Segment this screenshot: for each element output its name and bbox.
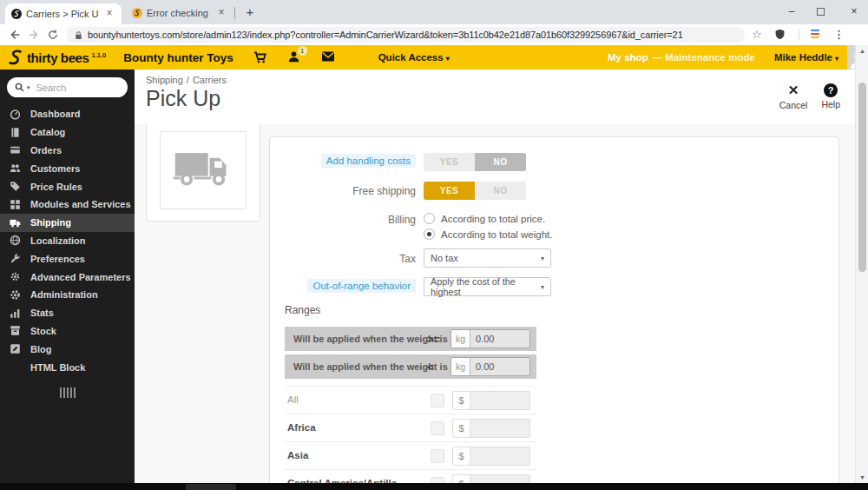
blank-icon: [10, 361, 21, 373]
breadcrumb-section[interactable]: Shipping: [146, 75, 183, 85]
sidebar-item-dashboard[interactable]: Dashboard: [0, 105, 135, 123]
cancel-button[interactable]: ✕ Cancel: [779, 83, 808, 110]
zone-africa-checkbox[interactable]: [431, 421, 444, 435]
tab-close-icon[interactable]: ×: [215, 7, 227, 19]
globe-icon: [10, 235, 21, 246]
currency-addon: $: [453, 447, 470, 465]
extension-icon[interactable]: [811, 30, 819, 39]
messages-icon[interactable]: [321, 50, 335, 64]
quick-access-menu[interactable]: Quick Access▾: [378, 52, 450, 63]
currency-addon: $: [453, 475, 470, 483]
sidebar-item-preferences[interactable]: Preferences: [0, 249, 135, 268]
shield-extension-icon[interactable]: [774, 28, 786, 41]
browser-tab-active[interactable]: Carriers > Pick Up • Bounty hunt ×: [5, 3, 122, 24]
handling-yes-button[interactable]: YES: [424, 153, 475, 171]
currency-addon: $: [453, 420, 470, 437]
free-shipping-no-button[interactable]: NO: [475, 182, 526, 200]
taskbar-item: [186, 484, 236, 490]
zone-row-africa: Africa $: [285, 414, 536, 441]
range-gte-input-group: kg: [450, 329, 530, 348]
modules-icon: [10, 199, 21, 210]
out-of-range-label[interactable]: Out-of-range behavior: [307, 279, 416, 293]
sidebar: ▾ Dashboard Catalog Orders Customers Pri…: [0, 70, 135, 483]
my-shop-link[interactable]: My shop: [608, 52, 648, 63]
sidebar-item-localization[interactable]: Localization: [0, 232, 135, 250]
zone-central-america-price-input[interactable]: [470, 475, 529, 483]
sidebar-item-blog[interactable]: Blog: [0, 340, 135, 358]
sidebar-item-shipping[interactable]: Shipping: [0, 214, 135, 232]
window-close-button[interactable]: ×: [843, 5, 865, 19]
cart-icon[interactable]: [253, 50, 267, 64]
sidebar-item-html-block[interactable]: HTML Block: [0, 358, 135, 376]
sidebar-item-advanced-parameters[interactable]: Advanced Parameters: [0, 268, 135, 286]
page-scrollbar[interactable]: ▲ ▼: [855, 45, 868, 483]
zone-asia-price-group: $: [452, 447, 530, 466]
radio-checked-icon[interactable]: [424, 228, 435, 240]
out-of-range-select[interactable]: Apply the cost of the highest ▾: [424, 277, 551, 296]
breadcrumb-current[interactable]: Carriers: [193, 75, 227, 85]
free-shipping-toggle: YES NO: [424, 182, 526, 200]
address-bar[interactable]: bountyhuntertoys.com/store/admin123/inde…: [66, 27, 745, 43]
window-minimize-button[interactable]: –: [780, 5, 803, 19]
window-maximize-button[interactable]: [817, 8, 825, 16]
notifications-icon[interactable]: 1: [287, 50, 301, 64]
pencil-icon: [10, 343, 21, 354]
sidebar-item-price-rules[interactable]: Price Rules: [0, 177, 135, 195]
sidebar-item-administration[interactable]: Administration: [0, 286, 135, 304]
page-header: Shipping/Carriers Pick Up ✕ Cancel ? Hel…: [135, 70, 868, 124]
chart-icon: [10, 308, 21, 319]
scroll-down-icon[interactable]: ▼: [856, 472, 868, 483]
browser-tab-inactive[interactable]: Error checking out? - Technical h ×: [128, 5, 231, 21]
brand-name[interactable]: thirty bees: [27, 50, 89, 65]
thirtybees-logo-icon[interactable]: [7, 50, 23, 66]
free-shipping-yes-button[interactable]: YES: [424, 182, 475, 200]
admin-header: thirty bees 1.1.0 Bounty hunter Toys 1 Q…: [0, 45, 868, 70]
close-icon: ✕: [779, 83, 808, 98]
scrollbar-thumb[interactable]: [858, 83, 866, 272]
chevron-down-icon: ▾: [446, 55, 450, 63]
refresh-icon[interactable]: [47, 29, 59, 41]
sidebar-item-stock[interactable]: Stock: [0, 322, 135, 341]
zone-all-price-input[interactable]: [470, 392, 529, 409]
radio-icon[interactable]: [424, 213, 435, 224]
browser-menu-icon[interactable]: ⋮: [833, 28, 845, 41]
user-menu[interactable]: Mike Heddle▾: [774, 52, 838, 63]
sidebar-item-modules[interactable]: Modules and Services: [0, 195, 135, 214]
sidebar-item-customers[interactable]: Customers: [0, 159, 135, 177]
search-input[interactable]: [36, 83, 109, 93]
sidebar-item-catalog[interactable]: Catalog: [0, 123, 135, 142]
breadcrumb: Shipping/Carriers: [146, 75, 230, 85]
chevron-down-icon: ▾: [835, 55, 838, 63]
scroll-up-icon[interactable]: ▲: [856, 45, 868, 56]
back-icon[interactable]: [9, 29, 21, 41]
shop-name-link[interactable]: Bounty hunter Toys: [123, 51, 233, 64]
help-button[interactable]: ? Help: [821, 83, 840, 110]
new-tab-button[interactable]: +: [241, 3, 259, 21]
gte-operator: >=: [427, 333, 440, 346]
sidebar-item-orders[interactable]: Orders: [0, 142, 135, 160]
wrench-icon: [10, 253, 21, 264]
tab-title: Carriers > Pick Up • Bounty hunt: [26, 9, 99, 19]
bookmark-star-icon[interactable]: ☆: [752, 28, 762, 41]
zone-central-america-checkbox[interactable]: [431, 477, 444, 483]
forward-icon[interactable]: [28, 29, 40, 41]
handling-no-button[interactable]: NO: [475, 153, 526, 171]
zone-asia-price-input[interactable]: [470, 447, 529, 465]
sidebar-item-stats[interactable]: Stats: [0, 304, 135, 322]
sidebar-search[interactable]: ▾: [7, 77, 128, 97]
range-lt-input[interactable]: [470, 358, 529, 375]
billing-option-weight[interactable]: According to total weight.: [424, 228, 553, 241]
tax-select[interactable]: No tax ▾: [424, 248, 551, 268]
search-scope-caret-icon[interactable]: ▾: [27, 84, 30, 91]
range-gte-input[interactable]: [470, 330, 529, 348]
out-of-range-label-wrap: Out-of-range behavior: [270, 279, 416, 293]
zone-asia-checkbox[interactable]: [431, 449, 444, 463]
handling-costs-label[interactable]: Add handling costs: [321, 154, 416, 168]
billing-option-price[interactable]: According to total price.: [424, 212, 545, 225]
tab-close-icon[interactable]: ×: [103, 8, 115, 20]
zone-africa-price-input[interactable]: [470, 420, 529, 437]
chevron-down-icon: ▾: [541, 283, 544, 291]
zone-central-america-price-group: $: [452, 474, 530, 483]
menu-collapse-icon[interactable]: [60, 387, 76, 398]
zone-all-checkbox[interactable]: [431, 394, 444, 407]
